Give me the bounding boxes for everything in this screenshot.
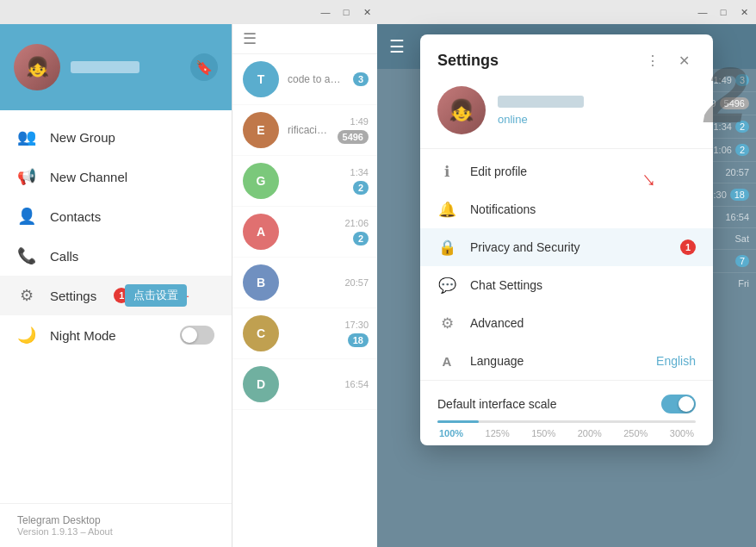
chat-badge: 7 [735, 255, 749, 267]
avatar: T [243, 61, 279, 97]
chat-time: 20:57 [344, 277, 369, 288]
right-window: — □ ✕ ☰ 1:49 3 1:49 5496 1:34 2 21:06 2 … [377, 0, 756, 547]
minimize-button[interactable]: — [319, 5, 332, 19]
chat-meta: 16:54 [344, 379, 369, 389]
settings-menu-item-chat[interactable]: 💬 Chat Settings [420, 266, 713, 304]
edit-profile-label: Edit profile [470, 165, 696, 178]
chat-time: 17:30 [344, 320, 369, 330]
edit-profile-icon: ℹ [437, 162, 456, 181]
chat-meta: 3 [353, 72, 369, 86]
chat-time: 16:54 [344, 379, 369, 389]
left-titlebar: — □ ✕ [0, 0, 379, 24]
toggle-knob [182, 327, 197, 343]
settings-menu-item-notifications[interactable]: 🔔 Notifications [420, 190, 713, 228]
contacts-icon: 👤 [17, 207, 36, 226]
night-mode-icon: 🌙 [17, 326, 36, 345]
settings-dialog: Settings ⋮ ✕ 👧 online ℹ Edit profile 🔔 N… [420, 34, 713, 445]
scale-bar-container [437, 420, 696, 423]
chat-meta: 17:30 18 [344, 320, 369, 347]
settings-tooltip: 点击设置 [125, 284, 187, 307]
chat-settings-icon: 💬 [437, 276, 456, 295]
scale-option-150[interactable]: 150% [531, 428, 555, 438]
scale-row: Default interface scale 100% 125% 150% 2… [420, 384, 713, 445]
avatar: E [243, 112, 279, 148]
chat-badge: 5496 [720, 97, 749, 109]
chat-time: 21:06 [344, 218, 369, 228]
app-name: Telegram Desktop [17, 514, 214, 526]
avatar: C [243, 315, 279, 351]
table-row[interactable]: B 20:57 [232, 258, 379, 308]
night-mode-toggle[interactable] [180, 326, 214, 345]
dialog-dots-button[interactable]: ⋮ [641, 48, 665, 72]
language-value: English [656, 354, 696, 368]
new-group-icon: 👥 [17, 127, 36, 146]
dialog-close-button[interactable]: ✕ [672, 48, 696, 72]
avatar: D [243, 366, 279, 402]
hamburger-icon[interactable]: ☰ [389, 36, 405, 57]
table-row[interactable]: T code to anyone, eve... 3 [232, 54, 379, 105]
avatar-image: 👧 [14, 44, 60, 90]
table-row[interactable]: G 1:34 2 [232, 156, 379, 207]
right-maximize-button[interactable]: □ [716, 5, 730, 19]
sidebar-label-settings: Settings [50, 289, 96, 303]
sidebar-item-night-mode[interactable]: 🌙 Night Mode [0, 315, 232, 355]
sidebar-label-new-group: New Group [50, 130, 115, 145]
scale-option-200[interactable]: 200% [578, 428, 602, 438]
scale-option-125[interactable]: 125% [486, 428, 510, 438]
sidebar-item-calls[interactable]: 📞 Calls [0, 236, 232, 276]
right-minimize-button[interactable]: — [696, 5, 710, 19]
sidebar-item-settings[interactable]: ⚙ Settings 1 点击设置 ← [0, 276, 232, 315]
avatar: G [243, 163, 279, 199]
dialog-divider [420, 148, 713, 149]
dialog-avatar: 👧 [437, 86, 486, 134]
right-titlebar: — □ ✕ [377, 0, 756, 24]
scale-row-header: Default interface scale [437, 395, 696, 413]
privacy-badge: 1 [680, 239, 696, 255]
sidebar-label-new-channel: New Channel [50, 170, 127, 184]
profile-left: 👧 [14, 44, 139, 90]
table-row[interactable]: C 17:30 18 [232, 308, 379, 359]
scale-label: Default interface scale [437, 397, 557, 411]
chat-list-header: ☰ [232, 24, 379, 54]
app-version: Version 1.9.13 – About [17, 526, 214, 537]
settings-menu-item-edit-profile[interactable]: ℹ Edit profile [420, 152, 713, 190]
privacy-icon: 🔒 [437, 238, 456, 257]
chat-time: 1:34 [350, 167, 369, 177]
sidebar-item-new-group[interactable]: 👥 New Group [0, 117, 232, 157]
chat-meta: 1:34 2 [350, 167, 369, 195]
table-row[interactable]: A 21:06 2 [232, 207, 379, 258]
left-content: 👧 🔖 👥 New Group 📢 New Channel [0, 24, 379, 547]
sidebar-item-contacts[interactable]: 👤 Contacts [0, 196, 232, 236]
sidebar-footer: Telegram Desktop Version 1.9.13 – About [0, 503, 232, 547]
avatar: 👧 [14, 44, 60, 90]
chat-time: 1:49 [350, 116, 369, 127]
sidebar-item-new-channel[interactable]: 📢 New Channel [0, 157, 232, 196]
notifications-icon: 🔔 [437, 200, 456, 219]
advanced-icon: ⚙ [437, 314, 456, 333]
privacy-label: Privacy and Security [470, 240, 663, 254]
settings-menu-item-language[interactable]: A Language English [420, 342, 713, 380]
dialog-header: Settings ⋮ ✕ [420, 34, 713, 79]
table-row[interactable]: D 16:54 [232, 359, 379, 410]
scale-bar [437, 420, 696, 423]
right-close-button[interactable]: ✕ [737, 5, 751, 19]
chat-info: rificación. Espera... [288, 124, 329, 136]
bookmark-icon[interactable]: 🔖 [190, 53, 218, 81]
chat-preview: rificación. Espera... [288, 124, 329, 136]
scale-option-300[interactable]: 300% [670, 428, 694, 438]
settings-menu-item-privacy[interactable]: 🔒 Privacy and Security 1 隐私安全 [420, 228, 713, 266]
table-row[interactable]: E rificación. Espera... 1:49 5496 [232, 105, 379, 156]
chat-badge: 2 [735, 144, 749, 156]
settings-menu-item-advanced[interactable]: ⚙ Advanced [420, 304, 713, 342]
close-button[interactable]: ✕ [360, 5, 374, 19]
chat-badge: 2 [353, 181, 369, 195]
sidebar-label-night-mode: Night Mode [50, 328, 166, 343]
scale-option-100[interactable]: 100% [439, 428, 463, 438]
profile-info [71, 61, 139, 73]
settings-icon: ⚙ [17, 286, 36, 305]
maximize-button[interactable]: □ [339, 5, 353, 19]
scale-option-250[interactable]: 250% [623, 428, 648, 438]
dialog-status: online [498, 113, 584, 126]
scale-toggle[interactable] [661, 395, 696, 413]
dialog-profile-info: online [498, 96, 584, 126]
